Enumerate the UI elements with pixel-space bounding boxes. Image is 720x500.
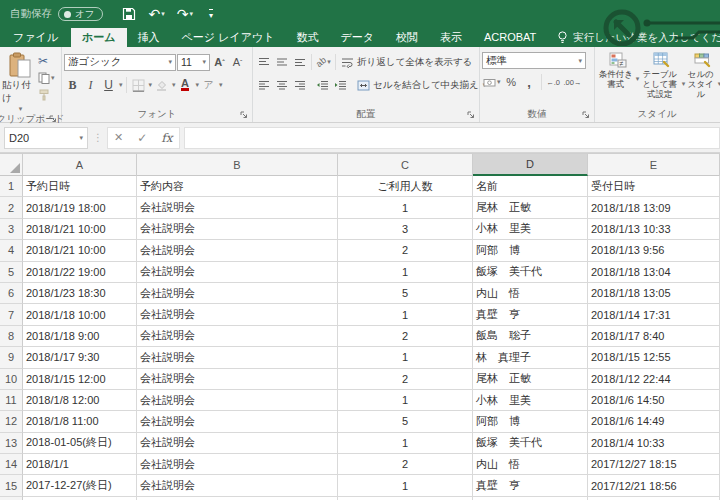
alignment-dialog-launcher-icon[interactable] (467, 111, 475, 119)
column-header-E[interactable]: E (588, 154, 720, 176)
align-bottom-icon[interactable] (291, 54, 308, 71)
row-header-3[interactable]: 3 (0, 219, 23, 240)
cell-C7[interactable]: 1 (338, 304, 473, 325)
cell-styles-button[interactable]: セルのスタイル▾ (685, 51, 720, 100)
cell-D11[interactable]: 小林 里美 (473, 390, 588, 411)
cell-D10[interactable]: 尾林 正敏 (473, 369, 588, 390)
cell-A8[interactable]: 2018/1/18 9:00 (23, 326, 137, 347)
cell-D1[interactable]: 名前 (473, 176, 588, 197)
cell-E4[interactable]: 2018/1/13 9:56 (588, 240, 720, 261)
paste-caret-icon[interactable]: ▾ (19, 105, 23, 113)
font-color-button[interactable]: A (177, 77, 194, 94)
tab-acrobat[interactable]: ACROBAT (473, 28, 547, 47)
cell-D13[interactable]: 飯塚 美千代 (473, 433, 588, 454)
formula-bar-grip[interactable]: ⋮ (88, 132, 107, 143)
number-dialog-launcher-icon[interactable] (582, 111, 590, 119)
cell-B12[interactable]: 会社説明会 (137, 411, 338, 432)
cell-E13[interactable]: 2018/1/4 10:33 (588, 433, 720, 454)
row-header-2[interactable]: 2 (0, 197, 23, 218)
row-header-15[interactable]: 15 (0, 475, 23, 496)
cell-E11[interactable]: 2018/1/6 14:50 (588, 390, 720, 411)
tell-me-box[interactable]: 実行したい作業を入力してください (547, 28, 720, 47)
decrease-decimal-button[interactable]: .00→ (563, 74, 583, 91)
cell-D12[interactable]: 阿部 博 (473, 411, 588, 432)
cell-A9[interactable]: 2018/1/17 9:30 (23, 347, 137, 368)
cell-E6[interactable]: 2018/1/18 13:05 (588, 283, 720, 304)
fill-color-caret-icon[interactable]: ▾ (172, 81, 176, 89)
cell-A5[interactable]: 2018/1/22 19:00 (23, 262, 137, 283)
cell-C15[interactable]: 1 (338, 475, 473, 496)
cell-E15[interactable]: 2017/12/21 18:56 (588, 475, 720, 496)
cell-E14[interactable]: 2017/12/27 18:15 (588, 454, 720, 475)
phonetic-caret-icon[interactable]: ▾ (219, 81, 223, 89)
increase-decimal-button[interactable]: ←.0 (545, 74, 562, 91)
cell-E3[interactable]: 2018/1/13 10:33 (588, 219, 720, 240)
currency-format-button[interactable]: ▾ (482, 74, 502, 91)
cell-A10[interactable]: 2018/1/15 12:00 (23, 369, 137, 390)
cell-D8[interactable]: 飯島 聡子 (473, 326, 588, 347)
decrease-font-size-button[interactable]: Aˇ (229, 54, 246, 71)
borders-button[interactable] (130, 77, 147, 94)
cell-C8[interactable]: 2 (338, 326, 473, 347)
borders-caret-icon[interactable]: ▾ (149, 81, 153, 89)
font-size-combo[interactable]: 11 ▾ (177, 54, 210, 71)
orientation-button[interactable]: ab▾ (315, 54, 332, 71)
column-header-C[interactable]: C (338, 154, 473, 176)
cell-E9[interactable]: 2018/1/15 12:55 (588, 347, 720, 368)
comma-style-button[interactable]: , (521, 74, 538, 91)
format-painter-button[interactable] (38, 87, 55, 102)
tab-review[interactable]: 校閲 (385, 28, 429, 47)
cell-A3[interactable]: 2018/1/21 10:00 (23, 219, 137, 240)
undo-button[interactable]: ↶▾ (143, 3, 169, 25)
enter-icon[interactable]: ✓ (137, 131, 147, 145)
cell-B1[interactable]: 予約内容 (137, 176, 338, 197)
cell-C4[interactable]: 2 (338, 240, 473, 261)
cell-B7[interactable]: 会社説明会 (137, 304, 338, 325)
undo-caret-icon[interactable]: ▾ (161, 10, 165, 18)
row-header-14[interactable]: 14 (0, 454, 23, 475)
autosave-toggle[interactable]: オフ (58, 7, 103, 21)
align-top-icon[interactable] (255, 54, 272, 71)
align-center-icon[interactable] (273, 77, 290, 94)
cell-C11[interactable]: 1 (338, 390, 473, 411)
row-header-11[interactable]: 11 (0, 390, 23, 411)
cell-C6[interactable]: 5 (338, 283, 473, 304)
cell-C12[interactable]: 5 (338, 411, 473, 432)
cell-D15[interactable]: 真壁 亨 (473, 475, 588, 496)
tab-view[interactable]: 表示 (429, 28, 473, 47)
redo-button[interactable]: ↷▾ (172, 3, 198, 25)
format-as-table-button[interactable]: テーブルとして書式設定▾ (639, 51, 685, 100)
cell-B13[interactable]: 会社説明会 (137, 433, 338, 454)
cell-C9[interactable]: 1 (338, 347, 473, 368)
cell-A1[interactable]: 予約日時 (23, 176, 137, 197)
cell-B3[interactable]: 会社説明会 (137, 219, 338, 240)
column-header-D[interactable]: D (473, 154, 588, 176)
tab-page-layout[interactable]: ページ レイアウト (171, 28, 286, 47)
cell-B10[interactable]: 会社説明会 (137, 369, 338, 390)
wrap-text-button[interactable]: 折り返して全体を表示する (339, 54, 474, 71)
save-icon[interactable] (117, 3, 141, 25)
cell-B9[interactable]: 会社説明会 (137, 347, 338, 368)
cell-B15[interactable]: 会社説明会 (137, 475, 338, 496)
row-header-6[interactable]: 6 (0, 283, 23, 304)
cell-D9[interactable]: 林 真理子 (473, 347, 588, 368)
insert-function-icon[interactable]: fx (161, 131, 172, 145)
cell-D4[interactable]: 阿部 博 (473, 240, 588, 261)
phonetic-guide-button[interactable]: ア (200, 77, 217, 94)
row-header-7[interactable]: 7 (0, 304, 23, 325)
align-right-icon[interactable] (291, 77, 308, 94)
cut-button[interactable]: ✂ (38, 53, 55, 68)
cell-A4[interactable]: 2018/1/21 10:00 (23, 240, 137, 261)
copy-button[interactable]: ▾ (38, 70, 55, 85)
cell-C14[interactable]: 2 (338, 454, 473, 475)
row-header-9[interactable]: 9 (0, 347, 23, 368)
increase-font-size-button[interactable]: Aˆ (211, 54, 228, 71)
cell-A2[interactable]: 2018/1/19 18:00 (23, 197, 137, 218)
row-header-12[interactable]: 12 (0, 411, 23, 432)
cell-B14[interactable]: 会社説明会 (137, 454, 338, 475)
cell-D6[interactable]: 内山 悟 (473, 283, 588, 304)
name-box[interactable]: D20 ▾ (4, 127, 88, 149)
conditional-formatting-button[interactable]: ≠ 条件付き書式▾ (597, 51, 639, 90)
number-format-combo[interactable]: 標準 ▾ (482, 52, 586, 69)
copy-caret-icon[interactable]: ▾ (51, 74, 55, 82)
